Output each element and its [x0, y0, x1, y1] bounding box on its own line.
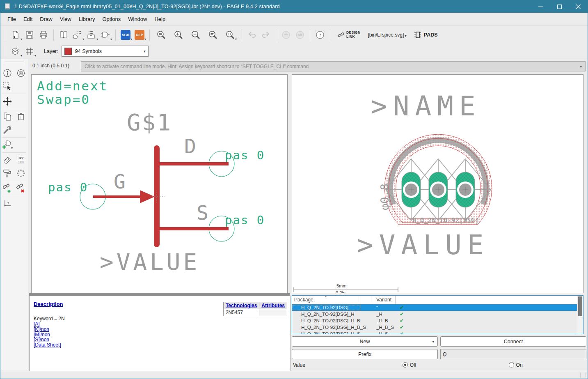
name-tool-button[interactable]: [2, 155, 13, 165]
pads-button[interactable]: PADS: [414, 31, 438, 39]
new-file-button[interactable]: ▾: [9, 28, 22, 41]
attributes-cell[interactable]: [259, 309, 287, 316]
symbol-value-placeholder[interactable]: >VALUE: [100, 250, 200, 273]
menu-options[interactable]: Options: [98, 14, 124, 24]
table-scrollbar-thumb[interactable]: [578, 296, 582, 316]
toolbar-handle[interactable]: [4, 46, 6, 57]
script-caret-icon[interactable]: ▾: [130, 38, 132, 41]
table-row[interactable]: H_Q_2N_TO-92[DSG]_H_B_H_B✔: [292, 317, 583, 324]
pad-3[interactable]: [456, 172, 475, 207]
print-button[interactable]: [37, 28, 50, 41]
close-button[interactable]: [569, 0, 588, 13]
swap-assignment-text[interactable]: Swap=0: [37, 93, 90, 106]
technology-cell[interactable]: 2N5457: [223, 309, 259, 316]
footprint-package-label[interactable]: H_Q_2N_TO-92[DSG]: [412, 218, 479, 224]
maximize-button[interactable]: [550, 0, 569, 13]
column-header-blank[interactable]: [361, 296, 374, 304]
gate-name-text[interactable]: G$1: [127, 111, 172, 134]
jfet-symbol[interactable]: [93, 145, 229, 247]
zoom-out-button[interactable]: [189, 28, 202, 41]
device-button[interactable]: ▾: [71, 28, 84, 41]
value-on-radio[interactable]: On: [509, 362, 523, 368]
ulp-caret-icon[interactable]: ▾: [144, 38, 146, 41]
save-button[interactable]: [23, 28, 36, 41]
undo-button[interactable]: [245, 28, 259, 41]
package-cell[interactable]: H_Q_2N_TO-92[DSG]_H_B: [292, 318, 361, 323]
pin-g-name[interactable]: G: [114, 172, 126, 191]
symbol-canvas[interactable]: Add=next Swap=0 G$1 D G S pas 0 pas 0 pa…: [31, 74, 288, 293]
technologies-header-link[interactable]: Technologies: [223, 302, 259, 309]
show-tool-button[interactable]: [16, 68, 27, 78]
connect-tool-button[interactable]: [2, 183, 13, 194]
dimension-tool-button[interactable]: [2, 198, 13, 209]
menu-draw[interactable]: Draw: [36, 14, 56, 24]
radio-unselected-icon[interactable]: [509, 362, 514, 368]
zoom-select-button[interactable]: ▾: [224, 28, 237, 41]
sidebar-handle[interactable]: [5, 62, 24, 63]
help-button[interactable]: ?: [313, 28, 327, 41]
prefix-value-field[interactable]: Q: [440, 349, 586, 359]
pad-1[interactable]: [402, 172, 421, 207]
menu-view[interactable]: View: [56, 14, 75, 24]
package-cell[interactable]: H_Q_2N_TO-92[DSG]_H: [292, 312, 361, 317]
menu-edit[interactable]: Edit: [20, 14, 36, 24]
new-package-button[interactable]: New ▾: [292, 336, 438, 347]
ltspice-dropdown[interactable]: [bin/LTspice.svg] ▾: [368, 32, 406, 38]
grid-caret-icon[interactable]: ▾: [34, 54, 36, 57]
package-cell[interactable]: H_Q_2N_TO-92[DSG]_H_B_S: [292, 325, 361, 330]
description-link-a[interactable]: [A]: [34, 322, 61, 327]
table-row[interactable]: H_Q_2N_TO-92[DSG]_H_H✔: [292, 311, 583, 317]
attributes-header-link[interactable]: Attributes: [259, 302, 287, 309]
zoom-select-caret-icon[interactable]: ▾: [235, 38, 237, 41]
description-link-datasheet[interactable]: [Data Sheet]: [34, 342, 61, 348]
layer-select[interactable]: 94 Symbols ▾: [62, 46, 149, 57]
script-button[interactable]: SCR ▾: [119, 28, 132, 41]
value-tool-button[interactable]: R210k: [16, 155, 27, 165]
package-canvas[interactable]: >NAME φ0.8 H_Q_2N_TO-92[DSG] >VALUE 5mm …: [292, 74, 583, 293]
value-off-radio[interactable]: Off: [403, 362, 416, 368]
prefix-button[interactable]: Prefix: [292, 349, 438, 359]
copy-tool-button[interactable]: [2, 111, 13, 122]
change-tool-button[interactable]: [2, 124, 13, 135]
stop-button[interactable]: [279, 28, 293, 41]
menu-help[interactable]: Help: [151, 14, 169, 24]
disconnect-tool-button[interactable]: [16, 183, 27, 194]
resize-grip[interactable]: [580, 372, 586, 377]
library-table-button[interactable]: [57, 28, 70, 41]
package-caret-icon[interactable]: ▾: [96, 38, 98, 41]
new-file-caret-icon[interactable]: ▾: [21, 38, 22, 41]
smash-tool-button[interactable]: [2, 168, 13, 179]
command-line-input[interactable]: Click to activate command line mode. Hin…: [81, 61, 586, 71]
table-row[interactable]: H_Q_2N_TO-92[DSG]_H_B_S_H_B_S✔: [292, 324, 583, 331]
menu-file[interactable]: File: [4, 14, 20, 24]
delete-tool-button[interactable]: [16, 111, 27, 122]
grid-button[interactable]: ▾: [23, 45, 36, 58]
zoom-in-button[interactable]: [172, 28, 185, 41]
description-edit-link[interactable]: Description: [34, 301, 63, 307]
connect-button[interactable]: Connect: [440, 336, 586, 347]
package-name-placeholder[interactable]: >NAME: [371, 93, 481, 120]
add-part-tool-button[interactable]: ▾: [2, 140, 13, 150]
pad-2[interactable]: [429, 172, 448, 207]
package-button[interactable]: ▾: [85, 28, 98, 41]
add-part-caret-icon[interactable]: ▾: [11, 147, 13, 150]
go-button[interactable]: GO: [293, 28, 307, 41]
table-scrollbar[interactable]: [577, 296, 583, 334]
package-cell[interactable]: H_Q_2N_TO-92[DSG]: [292, 305, 361, 310]
pin-d-name[interactable]: D: [184, 136, 196, 156]
toolbar-handle[interactable]: [4, 30, 6, 40]
menu-window[interactable]: Window: [124, 14, 151, 24]
minimize-button[interactable]: [531, 0, 550, 13]
command-line-caret-icon[interactable]: ▾: [580, 64, 582, 69]
info-tool-button[interactable]: [2, 68, 13, 78]
column-header-package[interactable]: Package ⌃: [292, 296, 361, 304]
table-row[interactable]: H_Q_2N_TO-92[DSG]_H_S_H_S✔: [292, 331, 583, 334]
radio-selected-icon[interactable]: [403, 362, 408, 368]
package-cell[interactable]: H_Q_2N_TO-92[DSG]_H_S: [292, 331, 361, 334]
pin-s-name[interactable]: S: [197, 203, 208, 223]
drill-diameter-label[interactable]: φ0.8: [379, 184, 390, 210]
layer-settings-button[interactable]: ▾: [9, 45, 22, 58]
symbol-caret-icon[interactable]: ▾: [110, 38, 112, 41]
zoom-redraw-button[interactable]: [206, 28, 220, 41]
zoom-fit-button[interactable]: [155, 28, 168, 41]
